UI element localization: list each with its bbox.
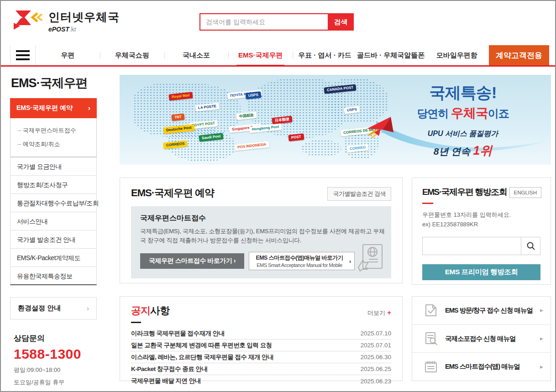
nav-item-ems-international[interactable]: EMS·국제우편 (228, 45, 293, 65)
notice-title: 공지사항 (131, 304, 391, 318)
award-em: 1위 (473, 144, 492, 157)
banner-upu-line: UPU 서비스 품질평가 (388, 129, 538, 139)
tracking-hint-line1: 우편물번호 13자리를 입력하세요. (422, 210, 540, 220)
tracking-section: EMS·국제우편 행방조회 ENGLISH 우편물번호 13자리를 입력하세요.… (412, 178, 551, 285)
notice-item-title: 이스라엘, 레바논, 요르단행 국제우편물 접수 재개 안내 (131, 353, 273, 361)
notice-more-button[interactable]: 더보기 (367, 308, 391, 317)
sidebar-submenu: 국제우편스마트접수 예약조회/취소 (10, 118, 97, 157)
logo-sub-main: ePOST (48, 26, 69, 33)
contract-customer-button[interactable]: 계약고객전용 (489, 45, 549, 65)
nav-item-shopping[interactable]: 우체국쇼핑 (100, 45, 164, 65)
main-nav: 우편 우체국쇼핑 국내소포 EMS·국제우편 우표 · 엽서 · 카드 골드바 … (1, 45, 555, 67)
logo-sub-kr: .kr (69, 26, 77, 33)
notice-item-title: 이라크행 국제우편물 접수재개 안내 (131, 329, 225, 338)
sidebar-item-service-info[interactable]: 서비스안내 (10, 212, 97, 230)
epost-logo[interactable]: 인터넷우체국 ePOST.kr (11, 8, 120, 34)
ems-app-manual-button[interactable]: EMS 스마트접수(앱)매뉴얼 바로가기 EMS Smart Acceptanc… (249, 252, 355, 270)
sidebar: EMS·국제우편 EMS·국제우편 예약 국제우편스마트접수 예약조회/취소 국… (10, 75, 97, 392)
sidebar-settings-guide[interactable]: 환경설정 안내 (10, 297, 97, 319)
right-column: EMS·국제우편 행방조회 ENGLISH 우편물번호 13자리를 입력하세요.… (412, 178, 551, 381)
tracking-hint: 우편물번호 13자리를 입력하세요. ex) EE123587889KR (422, 210, 540, 230)
manual-label: EMS 스마트접수(앱) 매뉴얼 (445, 362, 520, 371)
banner-headline: 국제특송! (388, 82, 538, 104)
search-button[interactable]: 검색 (328, 13, 354, 31)
manual-link-parcel[interactable]: 국제소포접수 신청 매뉴얼 (412, 325, 551, 353)
notice-row[interactable]: K-Packet 창구접수 종료 안내 2025.06.25 (131, 363, 391, 375)
notice-row[interactable]: 국제우편물 배달 지연 안내 2025.06.23 (131, 375, 391, 387)
logo-text: 인터넷우체국 ePOST.kr (48, 10, 120, 33)
sidebar-item-customs-fee[interactable]: 통관절차대행수수료납부/조회 (10, 194, 97, 212)
sidebar-title: EMS·국제우편 (11, 75, 97, 91)
notice-list: 이라크행 국제우편물 접수재개 안내 2025.07.10 일본 교환국 구분체… (131, 328, 391, 387)
sidebar-item-useful-info[interactable]: 유용한국제특송정보 (10, 267, 97, 285)
main-area: Royal Mail ПОЧТА РОССИИ USPS CANADA POST… (120, 75, 551, 392)
sidebar-subitem-smart-acceptance[interactable]: 국제우편스마트접수 (10, 124, 96, 137)
tracking-hint-line2: ex) EE123587889KR (422, 220, 540, 230)
tracking-input-row (422, 237, 540, 255)
manual-label: EMS 방문/창구 접수 신청 매뉴얼 (445, 306, 533, 315)
site-header: 인터넷우체국 ePOST.kr 검색 (1, 1, 555, 45)
logo-subtitle: ePOST.kr (48, 26, 120, 33)
notice-title-highlight: 공지 (131, 305, 150, 316)
panel-title: 국제우편스마트접수 (140, 214, 382, 223)
tagline-em: 우체국 (451, 106, 488, 120)
notepad-icon (423, 359, 439, 375)
sidebar-subitem-reservation-lookup[interactable]: 예약조회/취소 (10, 137, 96, 151)
notice-row[interactable]: 이스라엘, 레바논, 요르단행 국제우편물 접수 재개 안내 2025.06.3… (131, 351, 391, 363)
passport-plane-icon (357, 243, 385, 273)
manual-button-line1: EMS 스마트접수(앱)매뉴얼 바로가기 (253, 254, 346, 262)
english-button[interactable]: ENGLISH (509, 187, 542, 198)
country-condition-search-button[interactable]: 국가별발송조건 검색 (327, 187, 391, 201)
nav-item-stamps-cards[interactable]: 우표 · 엽서 · 카드 (293, 45, 357, 65)
document-magnifier-icon (423, 331, 439, 346)
notice-item-date: 2025.06.25 (360, 366, 391, 372)
epost-logo-icon (11, 8, 44, 34)
document-check-icon (423, 303, 439, 318)
notice-row[interactable]: 일본 교환국 구분체계 변경에 따른 우편번호 입력 요청 2025.07.01 (131, 340, 391, 351)
contact-phone-number: 1588-1300 (14, 346, 97, 362)
nav-item-mobile-mailbox[interactable]: 모바일우편함 (425, 45, 489, 65)
postal-logo-chip: POST (288, 133, 304, 141)
tracking-search-button[interactable] (521, 237, 540, 255)
ems-premium-tracking-button[interactable]: EMS 프리미엄 행방조회 (422, 264, 540, 280)
promo-banner[interactable]: Royal Mail ПОЧТА РОССИИ USPS CANADA POST… (120, 75, 551, 165)
manual-link-ems-app[interactable]: EMS 스마트접수(앱) 매뉴얼 (412, 353, 551, 381)
nav-item-domestic-parcel[interactable]: 국내소포 (164, 45, 229, 65)
contact-closed-days: 토요일/공휴일 휴무 (14, 378, 97, 387)
ems-reservation-section: EMS·국제우편 예약 국가별발송조건 검색 국제우편스마트접수 국제특급(EM… (120, 178, 403, 283)
notice-item-date: 2025.07.10 (360, 330, 391, 337)
notice-item-date: 2025.06.30 (360, 354, 391, 361)
smart-acceptance-panel: 국제우편스마트접수 국제특급(EMS), 국제소포, 소형포장물(등기), EM… (131, 206, 391, 278)
lower-grid: EMS·국제우편 예약 국가별발송조건 검색 국제우편스마트접수 국제특급(EM… (120, 178, 551, 381)
manual-label: 국제소포접수 신청 매뉴얼 (445, 335, 516, 343)
contact-info: 상담문의 1588-1300 평일:09:00~18:00 토요일/공휴일 휴무… (14, 333, 97, 392)
panel-buttons: 국제우편 스마트접수 바로가기 EMS 스마트접수(앱)매뉴얼 바로가기 EMS… (140, 252, 355, 270)
sidebar-item-ems-kpacket-contract[interactable]: EMS/K-Packet계약제도 (10, 249, 97, 267)
nav-item-mail[interactable]: 우편 (36, 45, 100, 65)
left-column: EMS·국제우편 예약 국가별발송조건 검색 국제우편스마트접수 국제특급(EM… (120, 178, 403, 381)
manual-link-ems-visit[interactable]: EMS 방문/창구 접수 신청 매뉴얼 (412, 297, 551, 325)
notice-title-dash (131, 322, 141, 323)
notice-section: 공지사항 더보기 이라크행 국제우편물 접수재개 안내 2025.07.10 일… (120, 296, 403, 381)
sidebar-item-shipping-conditions[interactable]: 국가별 발송조건 안내 (10, 230, 97, 249)
notice-item-title: K-Packet 창구접수 종료 안내 (131, 365, 208, 373)
world-map-dots-oceania (301, 140, 341, 157)
tracking-number-input[interactable] (423, 237, 521, 255)
sidebar-menu-list: 국가별 요금안내 행방조회/조사청구 통관절차대행수수료납부/조회 서비스안내 … (10, 157, 97, 285)
notice-row[interactable]: 이라크행 국제우편물 접수재개 안내 2025.07.10 (131, 328, 391, 340)
nav-items: 우편 우체국쇼핑 국내소포 EMS·국제우편 우표 · 엽서 · 카드 골드바 … (36, 45, 489, 65)
panel-description: 국제특급(EMS), 국제소포, 소형포장물(등기), EMS프리미엄의 접수정… (140, 227, 387, 245)
contact-title: 상담문의 (14, 333, 97, 344)
sidebar-item-ems-reservation[interactable]: EMS·국제우편 예약 (10, 98, 97, 118)
sidebar-item-rates-by-country[interactable]: 국가별 요금안내 (10, 157, 97, 176)
hamburger-menu-icon[interactable] (10, 45, 36, 65)
notice-item-title: 일본 교환국 구분체계 변경에 따른 우편번호 입력 요청 (131, 341, 272, 350)
tagline-prefix: 당연히 (417, 107, 451, 120)
nav-item-goldbar-phone[interactable]: 골드바 · 우체국알뜰폰 (357, 45, 425, 65)
sidebar-item-tracking-inquiry[interactable]: 행방조회/조사청구 (10, 176, 97, 194)
smart-acceptance-shortcut-button[interactable]: 국제우편 스마트접수 바로가기 (140, 253, 244, 269)
notice-item-title: 국제우편물 배달 지연 안내 (131, 377, 201, 385)
logo-title: 인터넷우체국 (48, 10, 120, 25)
search-input[interactable] (199, 13, 328, 31)
contact-hours: 평일:09:00~18:00 (14, 366, 97, 374)
